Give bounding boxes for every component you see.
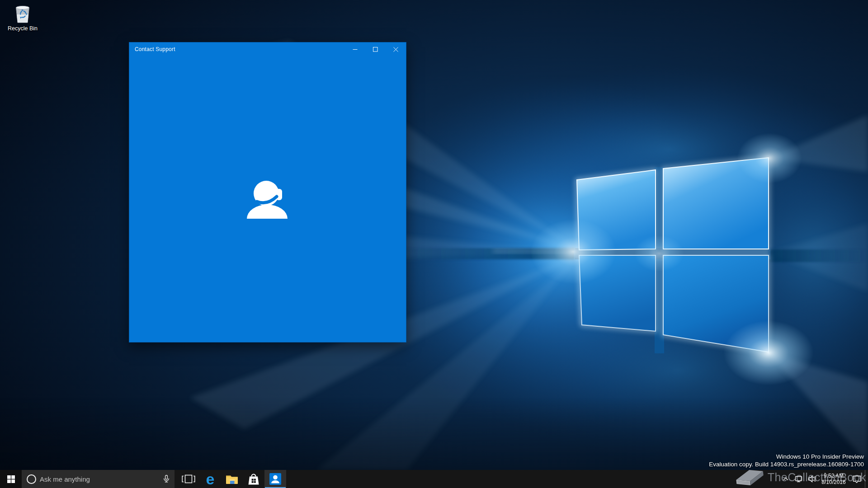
taskbar-app-file-explorer[interactable] <box>221 470 243 488</box>
taskbar-apps: e <box>178 470 286 488</box>
network-button[interactable] <box>792 470 805 488</box>
recycle-bin-icon[interactable]: Recycle Bin <box>4 4 42 32</box>
recycle-bin-label: Recycle Bin <box>8 25 38 32</box>
search-input[interactable] <box>40 475 158 483</box>
window-titlebar[interactable]: Contact Support <box>129 42 406 56</box>
recycle-bin-glyph <box>12 4 33 24</box>
action-center-button[interactable] <box>849 470 865 488</box>
window-splash-area <box>129 56 406 342</box>
contact-support-window: Contact Support <box>129 42 406 343</box>
taskbar: e <box>0 470 868 488</box>
edge-icon: e <box>206 472 215 486</box>
taskbar-app-contact-support[interactable] <box>264 470 286 488</box>
close-button[interactable] <box>386 42 406 56</box>
window-title: Contact Support <box>129 46 175 52</box>
windows-logo-icon <box>7 475 15 483</box>
cortana-search[interactable] <box>22 470 175 488</box>
microphone-icon <box>162 475 170 483</box>
contact-support-tile <box>269 473 281 485</box>
build-info-line2: Evaluation copy. Build 14903.rs_prerelea… <box>709 460 864 468</box>
taskbar-app-store[interactable] <box>243 470 264 488</box>
tray-overflow-button[interactable] <box>780 470 792 488</box>
show-desktop-button[interactable] <box>865 470 868 488</box>
build-info-line1: Windows 10 Pro Insider Preview <box>709 453 864 460</box>
maximize-button[interactable] <box>365 42 386 56</box>
volume-button[interactable] <box>805 470 819 488</box>
support-agent-headset-icon <box>246 179 289 219</box>
minimize-button[interactable] <box>345 42 365 56</box>
system-tray: 9:52 AM 8/10/2016 <box>780 470 868 488</box>
task-view-icon <box>182 473 195 485</box>
minimize-icon <box>353 47 358 52</box>
microphone-button[interactable] <box>158 475 175 483</box>
clock-date: 8/10/2016 <box>821 479 845 485</box>
desktop: Recycle Bin Contact Support <box>0 0 868 488</box>
tray-clock[interactable]: 9:52 AM 8/10/2016 <box>819 470 849 488</box>
network-icon <box>795 475 802 483</box>
close-icon <box>393 47 398 52</box>
maximize-icon <box>373 47 378 52</box>
chevron-up-icon <box>783 477 788 481</box>
store-bag-icon <box>246 472 261 486</box>
contact-support-person-icon <box>269 473 281 485</box>
start-button[interactable] <box>0 470 22 488</box>
file-explorer-icon <box>225 473 239 485</box>
caption-buttons <box>345 42 406 56</box>
speaker-icon <box>808 475 816 483</box>
cortana-ring-icon[interactable] <box>27 474 36 484</box>
taskbar-app-task-view[interactable] <box>178 470 199 488</box>
build-info: Windows 10 Pro Insider Preview Evaluatio… <box>709 453 864 468</box>
clock-time: 9:52 AM <box>824 473 844 479</box>
taskbar-app-edge[interactable]: e <box>199 470 221 488</box>
action-center-bubble-icon <box>853 475 861 483</box>
